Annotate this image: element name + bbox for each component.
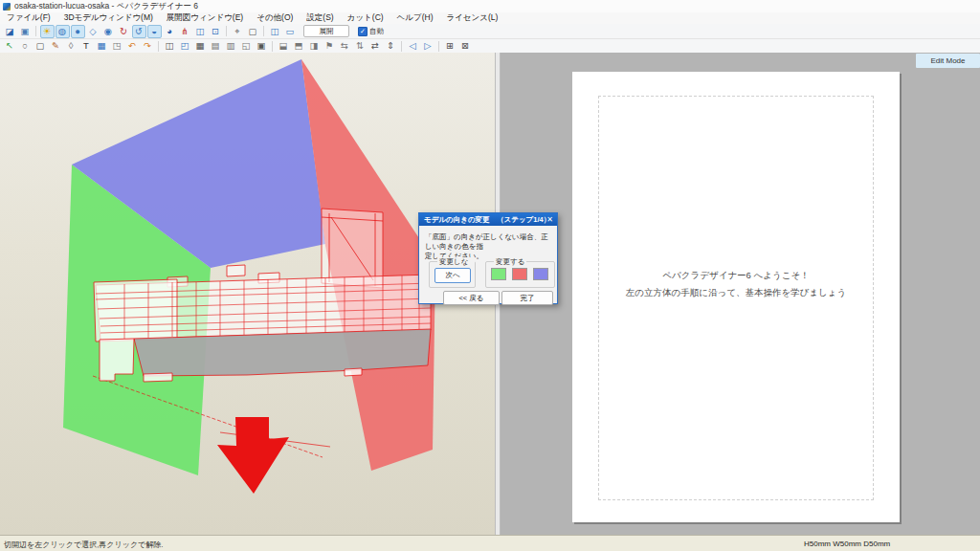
box-select-tool-icon[interactable]: ▢ xyxy=(33,39,48,53)
book-view-icon[interactable]: ◫ xyxy=(163,39,177,53)
welcome-message-line1: ペパクラデザイナー6 へようこそ！ xyxy=(572,270,900,282)
wireframe-view-icon[interactable]: ◇ xyxy=(86,25,100,38)
select-region-mode-icon[interactable]: ▢ xyxy=(246,25,260,38)
select-tool-icon[interactable]: ↖ xyxy=(3,39,17,53)
title-bar: osaka-station-lucua-osaka - ペパクラデザイナー 6 xyxy=(0,0,980,13)
align-right-icon[interactable]: ◨ xyxy=(307,39,322,53)
rotate-model-ccw-icon[interactable]: ↺ xyxy=(132,25,146,38)
menu-item[interactable]: 展開図ウィンドウ(E) xyxy=(160,12,250,24)
rotate-part-left-icon[interactable]: ◁ xyxy=(406,39,420,53)
close-icon[interactable]: ✕ xyxy=(546,213,553,226)
keep-orientation-group: 変更しない 次へ xyxy=(429,261,476,288)
menu-item[interactable]: ファイル(F) xyxy=(0,12,57,24)
select-edge-mode-icon[interactable]: ⌖ xyxy=(231,25,245,38)
eraser-tool-icon[interactable]: ◊ xyxy=(64,39,78,53)
join-parts-icon[interactable]: ⊞ xyxy=(443,39,457,53)
toolbar-separator xyxy=(263,26,264,36)
menu-item[interactable]: カット(C) xyxy=(341,12,390,24)
distribute-vertical-icon[interactable]: ⇅ xyxy=(353,39,368,53)
texture-view-icon[interactable]: ◍ xyxy=(56,25,70,38)
open-file-icon[interactable]: ◪ xyxy=(3,25,17,38)
app-icon xyxy=(3,3,11,11)
pattern-page[interactable]: ペパクラデザイナー6 へようこそ！ 左の立方体の手順に沿って、基本操作を学びまし… xyxy=(572,72,900,522)
rotate-model-cw-icon[interactable]: ↻ xyxy=(117,25,131,38)
image-tool-icon[interactable]: ▦ xyxy=(95,39,109,53)
orientation-swatch-purple[interactable] xyxy=(533,268,548,280)
edit-mode-button[interactable]: Edit Mode xyxy=(916,54,980,68)
edge-edit-tool-icon[interactable]: ✎ xyxy=(49,39,63,53)
change-orientation-group: 変更する xyxy=(485,261,555,288)
toolbar-separator xyxy=(401,41,402,52)
lasso-tool-icon[interactable]: ○ xyxy=(18,39,33,53)
text-tool-icon[interactable]: T xyxy=(79,39,94,53)
toolbar-separator xyxy=(438,41,439,52)
checkbox-check-icon: ✓ xyxy=(358,27,368,36)
toolbar-separator xyxy=(158,41,159,52)
change-orientation-label: 変更する xyxy=(494,257,526,267)
bottom-direction-arrow[interactable] xyxy=(217,417,289,494)
menu-item[interactable]: ヘルプ(H) xyxy=(390,12,440,24)
paint-face-icon[interactable]: ◒ xyxy=(147,25,162,38)
menu-item[interactable]: ライセンス(L) xyxy=(440,12,505,24)
auto-unfold-label: 自動 xyxy=(369,27,384,36)
link-windows-icon[interactable]: ⊡ xyxy=(209,25,223,38)
toolbar-edit: ↖○▢✎◊T▦◳↶↷◫◰▦▤▥◱▣⬓⬒◨⚑⇆⇅⇄⇕◁▷⊞⊠ xyxy=(0,39,980,54)
unfold-button[interactable]: 展開 xyxy=(303,25,349,37)
orbit-view-icon[interactable]: ◉ xyxy=(101,25,116,38)
layout-two-pane-icon[interactable]: ◫ xyxy=(268,25,282,38)
flip-vertical-icon[interactable]: ⇕ xyxy=(384,39,398,53)
rotate-part-right-icon[interactable]: ▷ xyxy=(421,39,435,53)
orientation-swatch-red[interactable] xyxy=(512,268,527,280)
part-3d-tool-icon[interactable]: ◳ xyxy=(110,39,124,53)
redo-icon[interactable]: ↷ xyxy=(141,39,155,53)
menu-item[interactable]: 3Dモデルウィンドウ(M) xyxy=(57,12,160,24)
orientation-wizard-dialog: モデルの向きの変更 （ステップ1/4） ✕ 「底面」の向きが正しくない場合、正し… xyxy=(418,212,558,304)
toolbar-separator xyxy=(226,26,227,36)
finish-button[interactable]: 完了 xyxy=(501,291,553,305)
auto-unfold-checkbox[interactable]: ✓ 自動 xyxy=(358,27,384,36)
axes-display-icon[interactable]: ⋔ xyxy=(178,25,192,38)
pattern-2d-viewport[interactable]: ペパクラデザイナー6 へようこそ！ 左の立方体の手順に沿って、基本操作を学びまし… xyxy=(501,53,980,536)
toolbar-separator xyxy=(35,26,36,36)
page-copy-icon[interactable]: ▥ xyxy=(224,39,238,53)
shade-face-icon[interactable]: ◕ xyxy=(163,25,177,38)
layout-one-pane-icon[interactable]: ▭ xyxy=(283,25,298,38)
page-setup-icon[interactable]: ▦ xyxy=(193,39,208,53)
split-parts-icon[interactable]: ⊠ xyxy=(458,39,473,53)
next-button[interactable]: 次へ xyxy=(434,268,471,283)
solid-view-icon[interactable]: ● xyxy=(71,25,85,38)
distribute-horizontal-icon[interactable]: ⇆ xyxy=(338,39,352,53)
welcome-message-line2: 左の立方体の手順に沿って、基本操作を学びましょう xyxy=(572,287,900,299)
orientation-swatch-green[interactable] xyxy=(491,268,506,280)
status-hint: 切開辺を左クリックで選択,再クリックで解除. xyxy=(4,540,164,550)
compare-view-icon[interactable]: ◫ xyxy=(193,25,208,38)
print-icon[interactable]: ▣ xyxy=(255,39,269,53)
status-bar: 切開辺を左クリックで選択,再クリックで解除. H50mm W50mm D50mm xyxy=(0,535,980,551)
menu-item[interactable]: 設定(S) xyxy=(300,12,340,24)
page-export-icon[interactable]: ◱ xyxy=(239,39,254,53)
menu-item[interactable]: その他(O) xyxy=(250,12,300,24)
flag-marker-icon[interactable]: ⚑ xyxy=(323,39,337,53)
align-top-icon[interactable]: ⬒ xyxy=(292,39,306,53)
light-toggle-icon[interactable]: ☀ xyxy=(40,25,55,38)
page-doc-icon[interactable]: ▤ xyxy=(209,39,223,53)
toolbar-separator xyxy=(272,41,273,52)
toolbar-main: ◪▣☀◍●◇◉↻↺◒◕⋔◫⊡⌖▢◫▭ 展開 ✓ 自動 xyxy=(0,24,980,39)
fit-view-icon[interactable]: ◰ xyxy=(178,39,192,53)
flip-horizontal-icon[interactable]: ⇄ xyxy=(368,39,383,53)
undo-icon[interactable]: ↶ xyxy=(125,39,140,53)
align-bottom-icon[interactable]: ⬓ xyxy=(277,39,291,53)
model-dimensions: H50mm W50mm D50mm xyxy=(804,540,890,548)
window-title: osaka-station-lucua-osaka - ペパクラデザイナー 6 xyxy=(14,1,198,12)
save-file-icon[interactable]: ▣ xyxy=(18,25,33,38)
dialog-title-bar[interactable]: モデルの向きの変更 （ステップ1/4） ✕ xyxy=(419,213,557,226)
dialog-title: モデルの向きの変更 （ステップ1/4） xyxy=(424,215,550,225)
back-button[interactable]: << 戻る xyxy=(443,291,500,305)
